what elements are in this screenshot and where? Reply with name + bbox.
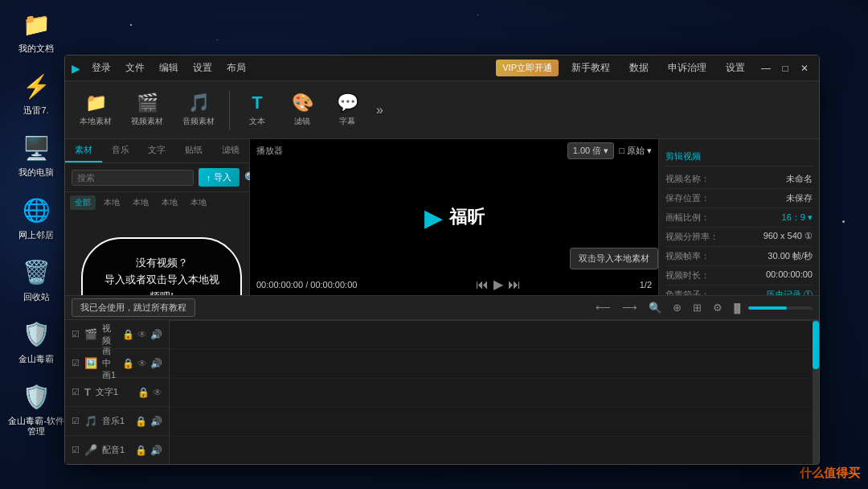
video-lock-icon[interactable]: 🔒 [122, 329, 134, 340]
close-button[interactable]: ✕ [796, 60, 813, 76]
kingsoft-mgr-label: 金山毒霸-软件管理 [8, 416, 64, 437]
timeline-main: ☑ 🎬 视频 🔒 👁 🔊 ☑ 🖼️ 画中画1 [65, 320, 819, 464]
text-eye-icon[interactable]: 👁 [153, 387, 162, 398]
import-icon: ↑ [207, 173, 211, 183]
sub-tab-all[interactable]: 全部 [70, 195, 96, 210]
minimize-button[interactable]: — [758, 60, 774, 76]
import-button[interactable]: ↑ 导入 [199, 168, 240, 187]
timeline-redo-button[interactable]: ⟶ [619, 300, 641, 315]
video-eye-icon[interactable]: 👁 [137, 329, 147, 340]
menu-layout[interactable]: 布局 [220, 58, 252, 78]
menu-file[interactable]: 文件 [119, 58, 151, 78]
data-btn[interactable]: 数据 [623, 58, 655, 78]
picture-track-label: 画中画1 [102, 345, 117, 381]
music-track-checkbox[interactable]: ☑ [72, 416, 80, 426]
desktop-icon-mypc[interactable]: 🖥️ 我的电脑 [8, 132, 64, 178]
tool-subtitle[interactable]: 💬 字幕 [326, 88, 368, 132]
sub-tab-local3[interactable]: 本地 [157, 195, 182, 210]
skip-tutorial-button[interactable]: 我已会使用，跳过所有教程 [72, 298, 195, 317]
track-text [170, 379, 819, 408]
tool-video-material[interactable]: 🎬 视频素材 [123, 88, 171, 132]
track-music [170, 408, 819, 437]
tool-filter[interactable]: 🎨 滤镜 [281, 88, 323, 132]
desktop-icon-kingsoft-mgr[interactable]: 🛡️ 金山毒霸-软件管理 [8, 380, 64, 437]
picture-lock-icon[interactable]: 🔒 [122, 358, 134, 369]
vip-button[interactable]: VIP立即开通 [496, 60, 559, 76]
music-track-controls: 🔒 🔊 [135, 416, 162, 427]
kingsoft-label: 金山毒霸 [18, 354, 54, 364]
timeline-labels: ☑ 🎬 视频 🔒 👁 🔊 ☑ 🖼️ 画中画1 [65, 320, 170, 464]
panel-tab-material[interactable]: 素材 [65, 139, 102, 162]
picture-audio-icon[interactable]: 🔊 [150, 358, 162, 369]
frame-counter: 1/2 [640, 280, 652, 290]
tutorial-btn[interactable]: 新手教程 [565, 58, 616, 78]
preview-top-bar: 播放器 1.00 倍 ▾ □ 原始 ▾ [250, 139, 658, 162]
text-track-checkbox[interactable]: ☑ [72, 387, 80, 397]
prop-value-ratio[interactable]: 16：9 ▾ [782, 212, 813, 224]
picture-track-checkbox[interactable]: ☑ [72, 358, 80, 368]
prop-value-history[interactable]: 历史记录 ① [766, 289, 813, 295]
prop-row-name: 视频名称： 未命名 [665, 170, 813, 189]
prev-frame-button[interactable]: ⏮ [476, 277, 489, 292]
video-audio-icon[interactable]: 🔊 [150, 329, 162, 340]
desktop-icon-kingsoft[interactable]: 🛡️ 金山毒霸 [8, 318, 64, 364]
menu-login[interactable]: 登录 [85, 58, 117, 78]
video-track-checkbox[interactable]: ☑ [72, 329, 80, 339]
main-content: 素材 音乐 文字 贴纸 滤镜 ↑ 导入 🔍 ⊞ 全部 [65, 139, 819, 295]
picture-eye-icon[interactable]: 👁 [137, 358, 147, 369]
zoom-slider[interactable] [748, 306, 813, 310]
panel-tab-text[interactable]: 文字 [139, 139, 176, 162]
sub-tab-local4[interactable]: 本地 [186, 195, 211, 210]
search-input[interactable] [72, 170, 194, 186]
filter-icon: 🎨 [292, 92, 313, 113]
preview-area: 播放器 1.00 倍 ▾ □ 原始 ▾ ▶ 福昕 00:00:00:00 / 0… [250, 139, 658, 295]
zoom-control[interactable]: 1.00 倍 ▾ [567, 142, 615, 159]
desktop-icon-neighbors[interactable]: 🌐 网上邻居 [8, 195, 64, 240]
timeline-scrollbar[interactable] [813, 321, 819, 464]
panel-tab-sticker[interactable]: 贴纸 [175, 139, 212, 162]
music-track-icon: 🎵 [84, 415, 97, 427]
menu-settings[interactable]: 设置 [186, 58, 219, 78]
appeal-btn[interactable]: 申诉治理 [661, 58, 713, 78]
music-audio-icon[interactable]: 🔊 [150, 416, 162, 427]
panel-tab-music[interactable]: 音乐 [102, 139, 139, 162]
settings-btn[interactable]: 设置 [719, 58, 751, 78]
timeline-undo-button[interactable]: ⟵ [592, 300, 614, 315]
voice-track-checkbox[interactable]: ☑ [72, 445, 80, 455]
desktop-icon-docs[interactable]: 📁 我的文档 [8, 8, 64, 54]
timeline-fit-button[interactable]: ⊞ [690, 300, 705, 315]
timeline-settings-icon[interactable]: ⚙ [710, 300, 726, 315]
more-tools-button[interactable]: » [371, 100, 388, 121]
tool-local-material[interactable]: 📁 本地素材 [72, 88, 120, 132]
play-button[interactable]: ▶ [493, 277, 503, 292]
maximize-button[interactable]: □ [777, 60, 793, 76]
music-lock-icon[interactable]: 🔒 [135, 416, 147, 427]
timeline-zoom-out-button[interactable]: 🔍 [645, 300, 665, 315]
prop-row-history: 负责箱子： 历史记录 ① [665, 286, 813, 295]
sub-tab-local1[interactable]: 本地 [99, 195, 125, 210]
toolbar-divider [229, 90, 230, 130]
desktop-icon-xunlei[interactable]: ⚡ 迅雷7. [8, 70, 64, 116]
text-track-label: 文字1 [96, 386, 118, 398]
kingsoft-icon: 🛡️ [20, 318, 52, 351]
panel-tab-filter[interactable]: 滤镜 [212, 139, 249, 162]
track-label-text: ☑ T 文字1 🔒 👁 [65, 378, 169, 407]
voice-audio-icon[interactable]: 🔊 [150, 445, 162, 456]
tool-text[interactable]: T 文本 [236, 88, 278, 132]
timeline-zoom-in-button[interactable]: ⊕ [669, 300, 685, 315]
prop-label-ratio: 画幅比例： [665, 212, 710, 224]
timeline-scrollbar-thumb[interactable] [813, 321, 819, 369]
desktop-icon-recycle[interactable]: 🗑️ 回收站 [8, 257, 64, 302]
preview-bottom-bar: 00:00:00:00 / 00:00:00:00 ⏮ ▶ ⏭ 1/2 [250, 273, 658, 295]
click-local-button[interactable]: 双击导入本地素材 [570, 248, 658, 269]
sub-tab-local2[interactable]: 本地 [128, 195, 154, 210]
ratio-control[interactable]: □ 原始 ▾ [619, 145, 652, 157]
tool-audio-material[interactable]: 🎵 音频素材 [174, 88, 223, 132]
voice-lock-icon[interactable]: 🔒 [135, 445, 147, 456]
docs-label: 我的文档 [18, 43, 54, 54]
menu-edit[interactable]: 编辑 [153, 58, 185, 78]
prop-label-history: 负责箱子： [665, 289, 710, 295]
text-lock-icon[interactable]: 🔒 [137, 387, 149, 398]
preview-label: 播放器 [256, 145, 283, 157]
next-frame-button[interactable]: ⏭ [508, 277, 521, 292]
